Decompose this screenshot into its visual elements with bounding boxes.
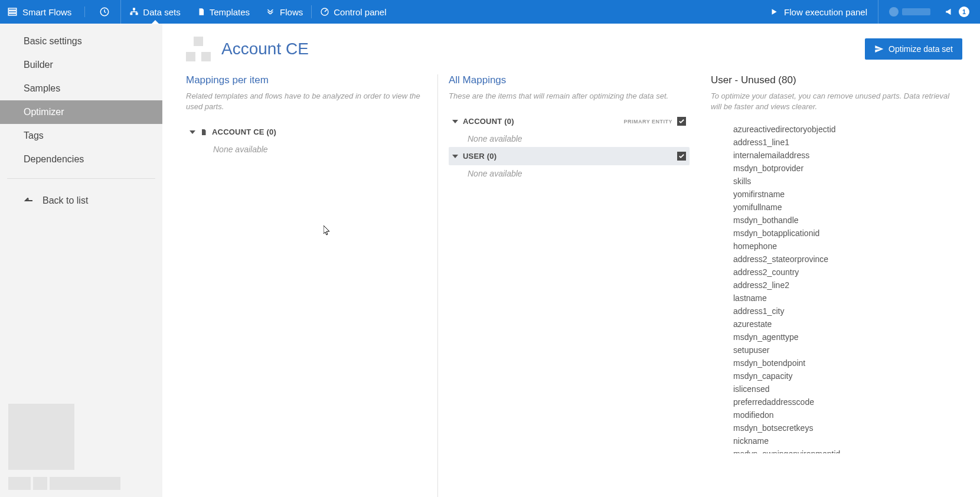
announce-badge: 1 — [959, 6, 969, 17]
svg-rect-6 — [136, 12, 138, 15]
document-icon — [200, 128, 207, 136]
brand-icon — [7, 6, 18, 17]
row-label: USER (0) — [463, 152, 496, 161]
sidebar-footer — [0, 404, 162, 497]
unused-field[interactable]: address1_line1 — [733, 136, 941, 149]
sidebar-item-basic-settings[interactable]: Basic settings — [0, 30, 162, 53]
svg-rect-2 — [8, 14, 17, 15]
datasets-icon — [129, 7, 139, 17]
unused-field[interactable]: yomifirstname — [733, 188, 941, 201]
play-icon — [770, 8, 778, 16]
unused-field[interactable]: internalemailaddress — [733, 149, 941, 162]
nav-flows[interactable]: Flows — [258, 0, 311, 24]
col2-desc: These are the items that will remain aft… — [449, 91, 690, 102]
templates-icon — [197, 7, 205, 17]
svg-rect-0 — [8, 8, 17, 10]
col-mappings-per-item: Mappings per item Related templates and … — [186, 74, 437, 497]
flow-execution-panel-link[interactable]: Flow execution panel — [759, 0, 878, 24]
unused-field[interactable]: homephone — [733, 240, 941, 253]
exec-panel-label: Flow execution panel — [784, 7, 867, 17]
user-menu[interactable] — [884, 7, 935, 17]
back-to-list[interactable]: Back to list — [0, 189, 162, 212]
sidebar-item-samples[interactable]: Samples — [0, 77, 162, 100]
unused-field[interactable]: nickname — [733, 434, 941, 447]
unused-field[interactable]: address1_city — [733, 305, 941, 318]
svg-rect-5 — [130, 12, 133, 15]
unused-field[interactable]: msdyn_capacity — [733, 370, 941, 382]
unused-field[interactable]: islicensed — [733, 382, 941, 395]
dataset-icon — [186, 37, 211, 61]
unused-field[interactable]: lastname — [733, 292, 941, 305]
nav-templates[interactable]: Templates — [189, 0, 258, 24]
sidebar-item-optimizer[interactable]: Optimizer — [0, 100, 162, 124]
main-layout: Basic settingsBuilderSamplesOptimizerTag… — [0, 24, 980, 497]
unused-field[interactable]: preferredaddresscode — [733, 395, 941, 408]
unused-field[interactable]: msdyn_agenttype — [733, 331, 941, 344]
nav-datasets-label: Data sets — [143, 7, 180, 17]
unused-field[interactable]: setupuser — [733, 344, 941, 357]
placeholder-bar — [33, 477, 47, 490]
unused-field[interactable]: yomifullname — [733, 201, 941, 214]
unused-field[interactable]: msdyn_botapplicationid — [733, 227, 941, 240]
none-available: None available — [449, 165, 690, 182]
caret-down-icon[interactable] — [452, 155, 458, 158]
nav-datasets[interactable]: Data sets — [121, 0, 188, 24]
caret-down-icon[interactable] — [452, 120, 458, 123]
sidebar-item-builder[interactable]: Builder — [0, 53, 162, 77]
user-name — [902, 8, 930, 15]
nav-templates-label: Templates — [210, 7, 250, 17]
flows-icon — [266, 8, 276, 16]
main-content: Account CE Optimize data set Mappings pe… — [162, 24, 980, 497]
unused-field[interactable]: azurestate — [733, 318, 941, 331]
tree-row-user[interactable]: USER (0) — [449, 147, 690, 165]
caret-down-icon[interactable] — [190, 130, 195, 134]
unused-scroll[interactable]: azureactivedirectoryobjectidaddress1_lin… — [711, 123, 952, 453]
nav-history[interactable] — [89, 0, 121, 24]
page-title: Account CE — [221, 40, 309, 58]
row-checkbox[interactable] — [677, 117, 686, 126]
unused-field[interactable]: address2_country — [733, 266, 941, 279]
col1-title: Mappings per item — [186, 74, 427, 86]
unused-field[interactable]: msdyn_botendpoint — [733, 357, 941, 370]
svg-rect-4 — [133, 8, 135, 10]
announcements[interactable]: 1 — [941, 6, 973, 17]
tree-row-account-ce[interactable]: ACCOUNT CE (0) — [186, 123, 427, 141]
paper-plane-icon — [874, 44, 884, 54]
top-nav: Data sets Templates Flows Control panel — [85, 0, 394, 24]
col-all-mappings: All Mappings These are the items that wi… — [437, 74, 700, 497]
top-right: Flow execution panel 1 — [759, 0, 973, 24]
unused-field[interactable]: msdyn_owningenvironmentid — [733, 447, 941, 453]
row-label: ACCOUNT (0) — [463, 117, 514, 126]
row-checkbox[interactable] — [677, 152, 686, 161]
tree-row-account[interactable]: ACCOUNT (0) PRIMARY ENTITY — [449, 112, 690, 130]
optimize-label: Optimize data set — [888, 44, 953, 54]
sidebar-item-tags[interactable]: Tags — [0, 124, 162, 148]
clock-icon — [99, 6, 110, 17]
unused-field[interactable]: modifiedon — [733, 408, 941, 421]
brand[interactable]: Smart Flows — [7, 6, 85, 17]
back-arrow-icon — [24, 195, 34, 206]
none-available: None available — [449, 130, 690, 147]
sidebar-divider — [7, 178, 155, 179]
gauge-icon — [320, 7, 329, 17]
sidebar-item-dependencies[interactable]: Dependencies — [0, 148, 162, 171]
col1-desc: Related templates and flows have to be a… — [186, 91, 427, 112]
back-label: Back to list — [43, 195, 88, 206]
unused-field[interactable]: msdyn_botsecretkeys — [733, 421, 941, 434]
unused-field[interactable]: msdyn_botprovider — [733, 162, 941, 175]
svg-rect-1 — [8, 11, 17, 13]
optimize-dataset-button[interactable]: Optimize data set — [865, 38, 962, 60]
optimizer-columns: Mappings per item Related templates and … — [186, 74, 962, 497]
unused-field[interactable]: msdyn_bothandle — [733, 214, 941, 227]
nav-control-label: Control panel — [334, 7, 386, 17]
nav-control-panel[interactable]: Control panel — [312, 0, 394, 24]
primary-entity-tag: PRIMARY ENTITY — [623, 119, 672, 125]
unused-field[interactable]: skills — [733, 175, 941, 188]
unused-field[interactable]: address2_line2 — [733, 279, 941, 292]
sidebar: Basic settingsBuilderSamplesOptimizerTag… — [0, 24, 162, 497]
none-available: None available — [186, 141, 427, 158]
nav-flows-label: Flows — [280, 7, 303, 17]
unused-field[interactable]: azureactivedirectoryobjectid — [733, 123, 941, 136]
unused-field[interactable]: address2_stateorprovince — [733, 253, 941, 266]
placeholder-bar — [50, 477, 120, 490]
